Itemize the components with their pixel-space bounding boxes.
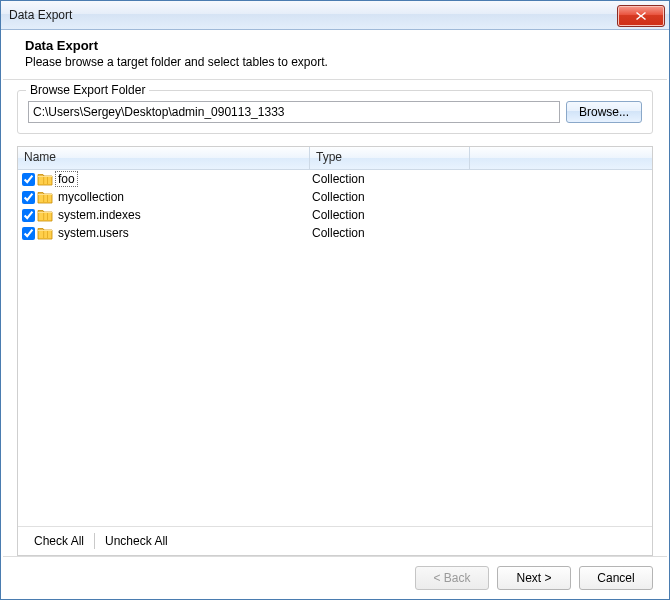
row-name-label: foo [55,171,78,187]
dialog-window: Data Export Data Export Please browse a … [0,0,670,600]
cell-name: foo [18,171,310,187]
table-header: Name Type [18,147,652,170]
tables-list: Name Type fooCollectionmycollectionColle… [17,146,653,556]
browse-folder-group: Browse Export Folder Browse... [17,90,653,134]
svg-rect-9 [38,230,52,231]
table-footer: Check All Uncheck All [18,526,652,555]
row-checkbox[interactable] [22,227,35,240]
column-header-spacer [470,147,652,169]
row-checkbox[interactable] [22,191,35,204]
svg-rect-10 [44,231,45,238]
row-checkbox[interactable] [22,173,35,186]
svg-rect-4 [44,195,45,202]
table-body: fooCollectionmycollectionCollectionsyste… [18,170,652,526]
content-area: Data Export Please browse a target folde… [1,30,669,599]
svg-rect-0 [38,176,52,177]
titlebar: Data Export [1,1,669,30]
folder-icon [37,190,53,204]
row-type-label: Collection [310,190,470,204]
browse-row: Browse... [28,101,642,123]
button-bar: < Back Next > Cancel [3,556,667,599]
row-type-label: Collection [310,208,470,222]
browse-folder-legend: Browse Export Folder [26,83,149,97]
cell-name: mycollection [18,190,310,204]
folder-icon [37,172,53,186]
column-header-name[interactable]: Name [18,147,310,169]
svg-rect-3 [38,194,52,195]
window-title: Data Export [9,8,72,22]
close-button[interactable] [617,5,665,27]
row-name-label: mycollection [55,190,127,204]
svg-rect-1 [44,177,45,184]
svg-rect-7 [44,213,45,220]
svg-rect-8 [47,213,48,220]
cancel-button[interactable]: Cancel [579,566,653,590]
folder-icon [37,208,53,222]
folder-icon [37,226,53,240]
page-subtitle: Please browse a target folder and select… [25,55,653,69]
page-title: Data Export [25,38,653,53]
back-button[interactable]: < Back [415,566,489,590]
export-path-input[interactable] [28,101,560,123]
close-icon [635,11,647,21]
table-row[interactable]: fooCollection [18,170,652,188]
cell-name: system.indexes [18,208,310,222]
table-row[interactable]: mycollectionCollection [18,188,652,206]
next-button[interactable]: Next > [497,566,571,590]
column-header-type[interactable]: Type [310,147,470,169]
header-block: Data Export Please browse a target folde… [3,30,667,80]
row-type-label: Collection [310,172,470,186]
row-name-label: system.indexes [55,208,144,222]
uncheck-all-button[interactable]: Uncheck All [95,530,178,552]
row-type-label: Collection [310,226,470,240]
check-all-button[interactable]: Check All [24,530,94,552]
svg-rect-11 [47,231,48,238]
row-checkbox[interactable] [22,209,35,222]
svg-rect-5 [47,195,48,202]
cell-name: system.users [18,226,310,240]
table-row[interactable]: system.indexesCollection [18,206,652,224]
browse-button[interactable]: Browse... [566,101,642,123]
row-name-label: system.users [55,226,132,240]
svg-rect-6 [38,212,52,213]
table-row[interactable]: system.usersCollection [18,224,652,242]
svg-rect-2 [47,177,48,184]
